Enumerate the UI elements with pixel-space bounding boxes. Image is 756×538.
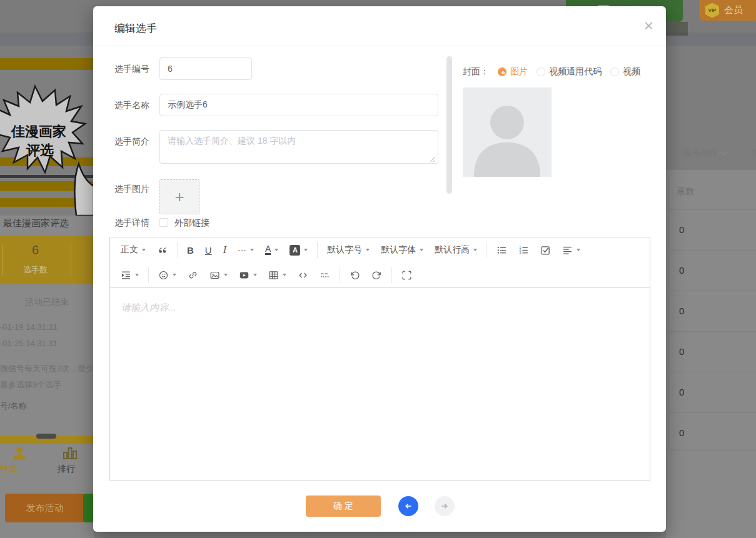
cover-image-preview[interactable] [463, 87, 552, 177]
image-upload-button[interactable]: + [159, 179, 199, 214]
divider-button[interactable] [314, 262, 336, 287]
editor-toolbar-row-2 [110, 262, 650, 287]
sort-dropdown[interactable]: 编号倒序 [683, 147, 726, 159]
chevron-down-icon [473, 249, 477, 251]
link-button[interactable] [182, 262, 204, 287]
undo-icon [350, 270, 360, 281]
bg-color-button[interactable]: A [284, 237, 313, 262]
ordered-list-button[interactable]: 123 [513, 237, 535, 262]
external-link-checkbox[interactable] [159, 218, 168, 227]
blockquote-button[interactable] [151, 237, 173, 262]
cover-option-video[interactable]: 视频 [610, 66, 640, 77]
page: 选择模板 VIP 会员 佳漫画家 评选 最佳漫画家评选 6 选手数 活动已结束 … [0, 0, 756, 538]
editor-content-area[interactable]: 请输入内容... [110, 287, 650, 481]
cover-option-image[interactable]: 图片 [498, 66, 528, 77]
table-row: 0 [679, 224, 684, 235]
editor-toolbar-row-1: 正文 B U I ··· A A 默认字号 默认字体 默认行高 [110, 237, 650, 262]
table-divider [668, 291, 756, 291]
bg-color-icon: A [290, 245, 300, 256]
underline-button[interactable]: U [205, 245, 212, 256]
toolbar-divider [340, 267, 340, 283]
stat-divider [71, 244, 71, 276]
close-icon[interactable]: × [644, 16, 653, 35]
toolbar-divider [148, 267, 149, 283]
video-icon [239, 270, 249, 281]
publish-activity-button[interactable]: 发布活动 [5, 494, 84, 522]
emoji-button[interactable] [153, 262, 182, 287]
table-button[interactable] [263, 262, 292, 287]
radio-icon[interactable] [610, 67, 619, 76]
paragraph-select[interactable]: 正文 [115, 237, 151, 262]
banner-stripe [0, 58, 94, 70]
cover-option-image-label: 图片 [510, 66, 528, 77]
svg-text:佳漫画家: 佳漫画家 [11, 124, 66, 139]
chevron-down-icon [420, 249, 423, 251]
bold-button[interactable]: B [181, 237, 199, 262]
table-row: 0 [679, 306, 684, 316]
svg-text:评选: 评选 [26, 142, 54, 158]
external-link-label[interactable]: 外部链接 [174, 217, 209, 229]
redo-button[interactable] [366, 262, 388, 287]
cover-option-video-label: 视频 [623, 66, 640, 77]
next-player-button[interactable] [435, 496, 455, 516]
table-column-divider [668, 170, 668, 451]
player-count-stat: 6 选手数 [0, 236, 94, 284]
modal-title: 编辑选手 [114, 21, 157, 36]
activity-title: 最佳漫画家评选 [3, 217, 69, 229]
player-intro-textarea[interactable] [159, 130, 438, 164]
table-divider [668, 412, 756, 413]
chevron-down-icon [173, 274, 176, 276]
votes-column-header: 票数 [677, 186, 694, 197]
toolbar-divider [486, 242, 487, 258]
video-button[interactable] [233, 262, 263, 287]
vote-rule-1: 微信号每天可投3次，最少 [0, 363, 94, 374]
stat-value: 6 [0, 243, 71, 257]
font-size-select[interactable]: 默认字号 [321, 237, 375, 262]
prev-player-button[interactable] [398, 496, 418, 516]
more-styles-button[interactable]: ··· [232, 237, 260, 262]
code-button[interactable] [292, 262, 314, 287]
todo-list-button[interactable] [535, 237, 557, 262]
font-color-button[interactable]: A [260, 237, 284, 262]
image-icon [209, 270, 220, 281]
chevron-down-icon [577, 249, 580, 251]
tab-rank[interactable]: 排行 [58, 464, 75, 475]
chevron-down-icon [721, 149, 727, 155]
form-scrollbar[interactable] [446, 56, 452, 194]
link-icon [188, 270, 198, 281]
table-row: 0 [679, 265, 684, 276]
undo-button[interactable] [344, 262, 366, 287]
italic-button[interactable]: I [218, 237, 232, 262]
line-height-select[interactable]: 默认行高 [429, 237, 483, 262]
indent-button[interactable] [115, 262, 144, 287]
table-divider [668, 451, 756, 451]
vote-tab-icon[interactable] [11, 445, 28, 464]
bullet-list-icon [496, 245, 507, 256]
filter-partial[interactable]: 全 [751, 147, 756, 159]
radio-selected-icon[interactable] [498, 67, 507, 76]
svg-text:3: 3 [520, 251, 522, 254]
radio-icon[interactable] [537, 67, 545, 76]
vip-member-button[interactable]: VIP 会员 [699, 0, 756, 21]
vote-rule-2: 最多选择3个选手 [0, 379, 61, 391]
bullet-list-button[interactable] [491, 237, 513, 262]
tab-vote[interactable]: 投票 [0, 464, 18, 475]
align-button[interactable] [557, 237, 586, 262]
plus-icon: + [174, 187, 184, 207]
confirm-button[interactable]: 确 定 [306, 496, 381, 517]
chevron-down-icon [135, 274, 139, 276]
image-button[interactable] [204, 262, 233, 287]
cover-option-video-code[interactable]: 视频通用代码 [537, 66, 602, 77]
chevron-down-icon [142, 249, 146, 251]
rank-tab-icon[interactable] [63, 445, 78, 464]
sort-label: 编号倒序 [683, 147, 718, 159]
todo-list-icon [540, 245, 551, 256]
player-name-input[interactable] [159, 94, 438, 116]
table-row: 0 [679, 387, 684, 397]
arrow-right-icon [439, 501, 450, 512]
player-number-label: 选手编号 [114, 64, 149, 75]
fullscreen-button[interactable] [396, 262, 418, 287]
player-number-input[interactable] [159, 57, 252, 80]
font-color-icon: A [265, 245, 271, 255]
font-family-select[interactable]: 默认字体 [375, 237, 429, 262]
